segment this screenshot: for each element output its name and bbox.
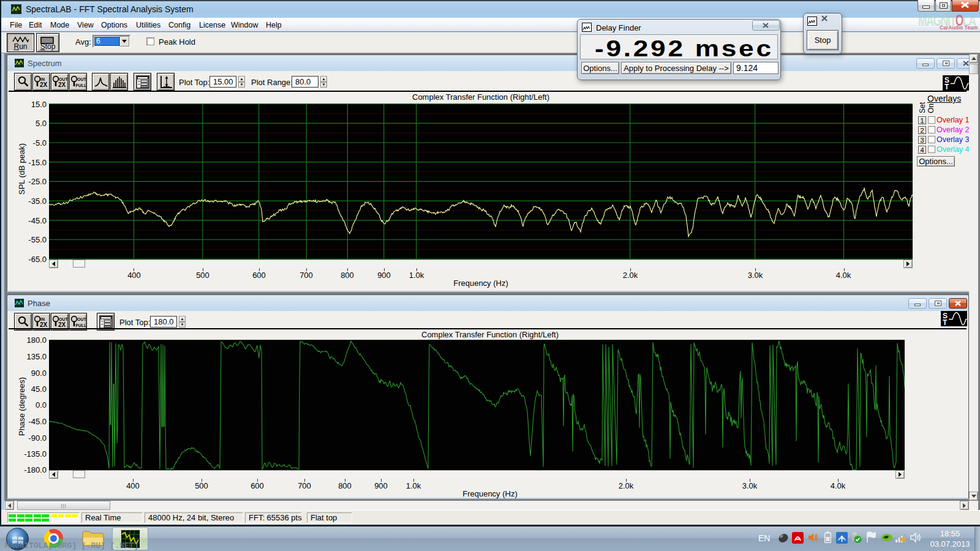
- svg-text:2X: 2X: [58, 321, 66, 328]
- svg-text:IN: IN: [40, 317, 45, 321]
- svg-text:OUT: OUT: [77, 317, 86, 321]
- svg-text:2X: 2X: [40, 321, 48, 328]
- svg-text:2X: 2X: [58, 81, 66, 88]
- svg-text:2X: 2X: [40, 81, 48, 88]
- svg-text:T: T: [943, 318, 948, 326]
- svg-text:OUT: OUT: [59, 317, 68, 321]
- svg-text:T: T: [944, 83, 949, 91]
- svg-text:OUT: OUT: [77, 77, 86, 81]
- svg-text:OUT: OUT: [59, 77, 68, 81]
- svg-text:FULL: FULL: [76, 323, 87, 328]
- svg-text:FULL: FULL: [76, 83, 87, 88]
- svg-text:IN: IN: [40, 77, 45, 81]
